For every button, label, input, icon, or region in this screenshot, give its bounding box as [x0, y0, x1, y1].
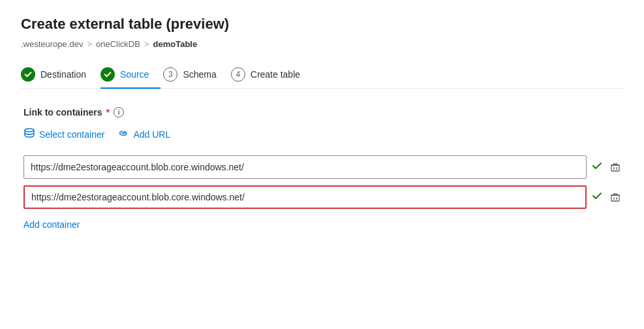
step-source[interactable]: Source — [100, 61, 161, 88]
breadcrumb-sep2: > — [144, 39, 149, 49]
url-row-2-icons — [592, 189, 623, 205]
step-schema-icon: 3 — [163, 67, 177, 82]
action-buttons: Select container Add URL — [23, 125, 623, 144]
breadcrumb-sep1: > — [87, 39, 92, 49]
step-destination-icon — [21, 67, 35, 82]
select-container-label: Select container — [39, 129, 104, 140]
url-input-1[interactable] — [23, 155, 587, 179]
add-url-button[interactable]: Add URL — [117, 125, 170, 144]
step-create-table[interactable]: 4 Create table — [231, 61, 312, 88]
add-url-icon — [117, 128, 129, 141]
url-1-valid-icon — [592, 161, 602, 174]
url-1-delete-button[interactable] — [607, 159, 623, 175]
breadcrumb-part3: demoTable — [153, 39, 198, 49]
step-destination[interactable]: Destination — [21, 61, 98, 88]
add-container-button[interactable]: Add container — [23, 219, 80, 230]
section-label: Link to containers * i — [23, 107, 623, 118]
page-container: Create external table (preview) .westeur… — [0, 0, 644, 245]
breadcrumb: .westeurope.dev > oneClickDB > demoTable — [21, 39, 623, 49]
step-create-table-icon: 4 — [231, 67, 245, 82]
page-title: Create external table (preview) — [21, 16, 623, 33]
steps-nav: Destination Source 3 Schema 4 Create tab… — [21, 61, 623, 89]
step-schema[interactable]: 3 Schema — [163, 61, 228, 88]
step-source-label: Source — [120, 69, 149, 80]
breadcrumb-part1: .westeurope.dev — [21, 39, 83, 49]
step-destination-label: Destination — [40, 69, 86, 80]
svg-rect-5 — [611, 195, 619, 201]
url-2-valid-icon — [592, 191, 602, 204]
step-schema-label: Schema — [183, 69, 216, 80]
required-star: * — [106, 107, 110, 118]
add-container-label: Add container — [23, 219, 80, 230]
url-row-1-icons — [592, 159, 623, 175]
url-2-delete-button[interactable] — [607, 189, 623, 205]
url-row-1 — [23, 155, 623, 179]
breadcrumb-part2: oneClickDB — [96, 39, 140, 49]
url-input-2[interactable] — [23, 185, 587, 209]
link-to-containers-text: Link to containers — [23, 107, 102, 118]
step-create-table-label: Create table — [251, 69, 300, 80]
svg-rect-1 — [611, 165, 619, 171]
info-icon[interactable]: i — [114, 107, 124, 118]
svg-point-0 — [25, 129, 34, 132]
url-row-2 — [23, 185, 623, 209]
add-url-label: Add URL — [133, 129, 170, 140]
step-source-icon — [100, 67, 115, 82]
content-section: Link to containers * i Select container — [21, 107, 623, 230]
select-container-button[interactable]: Select container — [23, 125, 104, 144]
select-container-icon — [23, 128, 35, 141]
